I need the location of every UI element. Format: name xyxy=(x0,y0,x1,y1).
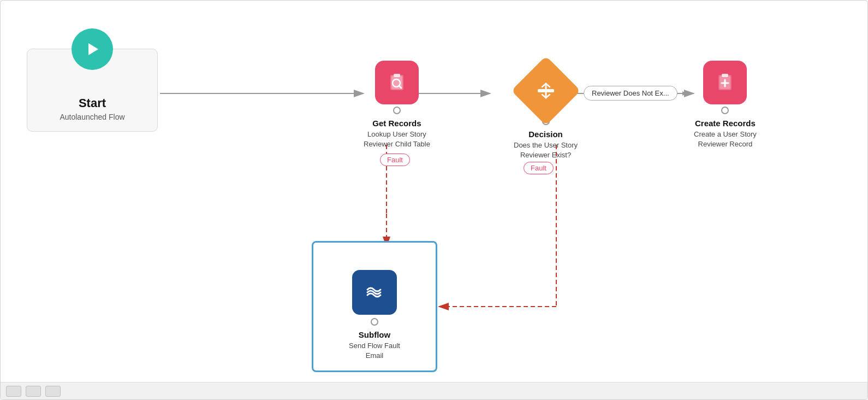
create-records-node[interactable]: Create Records Create a User Story Revie… xyxy=(694,61,757,149)
subflow-subtitle: Send Flow Fault Email xyxy=(349,341,400,361)
create-records-subtitle: Create a User Story Reviewer Record xyxy=(694,130,757,149)
reviewer-pill: Reviewer Does Not Ex... xyxy=(584,86,677,101)
svg-rect-9 xyxy=(394,74,400,77)
get-records-connector xyxy=(393,107,401,114)
get-records-title: Get Records xyxy=(372,119,421,128)
svg-marker-17 xyxy=(682,91,687,96)
bottom-toolbar xyxy=(1,382,867,399)
decision-subtitle: Does the User Story Reviewer Exist? xyxy=(514,140,578,160)
subflow-icon xyxy=(352,270,397,315)
decision-icon xyxy=(511,56,580,125)
get-records-icon xyxy=(375,61,419,104)
create-records-title: Create Records xyxy=(695,119,756,128)
decision-title: Decision xyxy=(528,130,563,139)
decision-node[interactable]: Decision Does the User Story Reviewer Ex… xyxy=(514,66,578,160)
fit-button[interactable] xyxy=(45,386,61,397)
get-records-fault-badge: Fault xyxy=(380,154,410,166)
create-records-connector xyxy=(721,107,729,114)
subflow-node[interactable]: Subflow Send Flow Fault Email xyxy=(312,241,437,372)
decision-fault-badge: Fault xyxy=(524,162,554,174)
subflow-title: Subflow xyxy=(359,330,390,339)
svg-marker-6 xyxy=(88,43,98,55)
zoom-in-button[interactable] xyxy=(26,386,41,397)
flow-canvas: Start Autolaunched Flow Get Records Look… xyxy=(0,0,868,400)
zoom-out-button[interactable] xyxy=(6,386,21,397)
get-records-node[interactable]: Get Records Lookup User Story Reviewer C… xyxy=(364,61,430,149)
svg-rect-20 xyxy=(722,74,728,77)
start-node[interactable]: Start Autolaunched Flow xyxy=(27,49,158,132)
start-subtitle: Autolaunched Flow xyxy=(60,113,124,121)
start-icon xyxy=(72,28,113,70)
subflow-connector xyxy=(371,318,378,326)
start-title: Start xyxy=(79,96,106,110)
get-records-subtitle: Lookup User Story Reviewer Child Table xyxy=(364,130,430,149)
create-records-icon xyxy=(703,61,747,104)
